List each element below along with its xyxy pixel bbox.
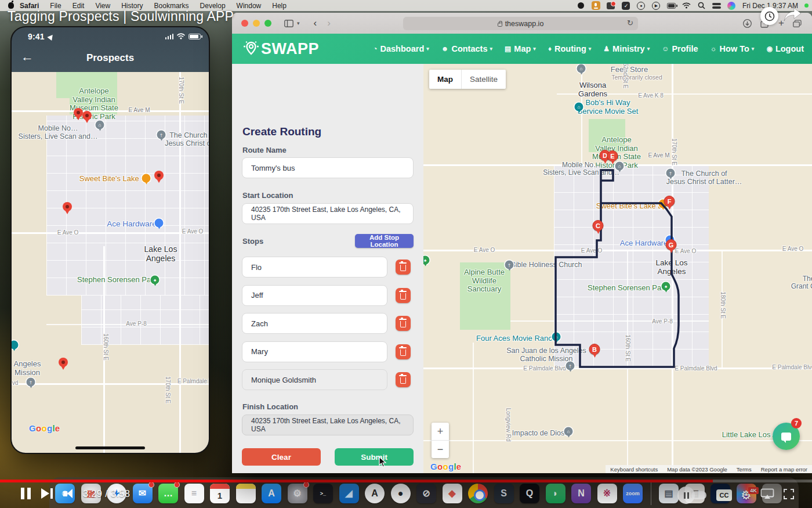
dock-icon-reminders[interactable]: ≡ [184, 484, 204, 503]
dock-icon-calendar[interactable]: 1 [210, 484, 230, 503]
route-marker-F[interactable]: F [664, 196, 675, 207]
sidebar-icon[interactable] [284, 20, 293, 27]
close-window-button[interactable] [241, 20, 248, 27]
start-location-input[interactable]: 40235 170th Street East, Lake Los Angele… [242, 203, 414, 224]
pause-button[interactable] [21, 488, 31, 499]
dock-icon-vscode[interactable]: ◢ [339, 484, 359, 503]
stop-input[interactable]: Mary [242, 341, 387, 362]
microphone-icon[interactable] [592, 1, 600, 10]
route-marker-G[interactable]: G [666, 239, 677, 250]
zoom-in-button[interactable]: + [432, 423, 449, 441]
nav-item-logout[interactable]: ◉Logout [766, 44, 804, 53]
attribution-link[interactable]: Terms [737, 466, 752, 473]
delete-stop-button[interactable] [396, 344, 411, 359]
volume-icon[interactable] [63, 489, 72, 498]
prospect-pin[interactable] [154, 171, 164, 180]
fullscreen-icon[interactable] [783, 488, 795, 502]
dock-icon-notes[interactable] [236, 484, 256, 503]
forward-button[interactable]: › [327, 17, 331, 29]
dock-icon-quicktime[interactable]: Q [520, 484, 539, 503]
nav-item-ministry[interactable]: ♟Ministry▾ [603, 44, 650, 53]
dock-icon-chrome[interactable] [468, 484, 488, 503]
dock-icon-photos-app[interactable]: ◆ [443, 484, 462, 503]
dock-icon-slack[interactable]: ※ [597, 484, 617, 503]
prospect-pin[interactable] [59, 358, 68, 367]
dock-icon-zoom[interactable]: zoom [623, 484, 643, 503]
route-marker-E[interactable]: E [607, 150, 618, 161]
attribution-link[interactable]: Keyboard shortcuts [610, 466, 658, 473]
map-type-satellite-button[interactable]: Satellite [462, 70, 506, 89]
nav-item-profile[interactable]: ☺Profile [662, 44, 698, 53]
airplay-icon[interactable] [760, 488, 774, 502]
reload-icon[interactable]: ↻ [627, 19, 633, 27]
route-name-input[interactable]: Tommy's bus [242, 157, 414, 178]
finish-location-input[interactable]: 40235 170th Street East, Lake Los Angele… [242, 415, 414, 435]
video-progress-bar[interactable] [0, 480, 812, 482]
chevron-down-icon[interactable]: ▾ [297, 20, 300, 26]
attribution-link[interactable]: Map data ©2023 Google [667, 466, 727, 473]
prospect-pin[interactable] [82, 111, 92, 120]
captions-button[interactable]: CC [716, 489, 732, 501]
delete-stop-button[interactable] [396, 316, 411, 331]
route-marker-C[interactable]: C [593, 220, 604, 231]
poi-pin[interactable] [155, 219, 164, 228]
dock-icon-mail[interactable]: ✉ [133, 484, 153, 503]
poi-pin[interactable] [142, 174, 151, 183]
route-marker-B[interactable]: B [589, 344, 600, 355]
swapp-logo[interactable]: SWAPP [242, 39, 319, 59]
share-button[interactable] [782, 6, 803, 26]
minimize-window-button[interactable] [253, 20, 260, 27]
routing-map[interactable]: Feed StoreTemporarily closedWilsonaGarde… [423, 64, 812, 473]
user-menu-icon[interactable]: ● [637, 1, 646, 10]
poi-pin[interactable]: † [157, 131, 166, 139]
back-button[interactable]: ‹ [314, 17, 317, 29]
nav-item-map[interactable]: ▤Map▾ [505, 44, 536, 53]
screen-record-icon[interactable] [607, 1, 615, 10]
delete-stop-button[interactable] [396, 260, 411, 275]
next-button[interactable] [41, 488, 53, 499]
dock-icon-s-app[interactable]: S [494, 484, 514, 503]
delete-stop-button[interactable] [396, 288, 411, 303]
wifi-icon[interactable] [682, 1, 691, 10]
address-bar[interactable]: theswapp.io ↻ [403, 17, 638, 30]
stop-input[interactable]: Jeff [242, 285, 387, 306]
record-icon[interactable] [577, 1, 585, 10]
clear-button[interactable]: Clear [242, 448, 321, 466]
stop-input[interactable]: Monique Goldsmith [242, 369, 387, 390]
stop-input[interactable]: Zach [242, 313, 387, 334]
dock-icon-system-settings[interactable]: ⚙ [288, 484, 307, 503]
delete-stop-button[interactable] [396, 372, 411, 387]
nav-item-routing[interactable]: ♦Routing▾ [548, 44, 591, 53]
downloads-icon[interactable] [743, 19, 752, 28]
poi-pin[interactable]: † [27, 378, 35, 387]
nav-item-contacts[interactable]: ☻Contacts▾ [441, 44, 492, 53]
add-stop-location-button[interactable]: Add Stop Location [355, 234, 414, 248]
dock-icon-round-white-app[interactable]: ● [391, 484, 411, 503]
dock-icon-window-preview-1[interactable]: ▤ [659, 484, 679, 503]
poi-pin[interactable]: ⌂ [96, 121, 104, 129]
map-type-map-button[interactable]: Map [429, 70, 462, 89]
menu-item-window[interactable]: Window [237, 2, 262, 10]
dock-icon-onenote[interactable]: N [571, 484, 591, 503]
submit-button[interactable]: Submit [335, 448, 414, 466]
watch-later-button[interactable] [760, 7, 778, 25]
poi-pin[interactable] [12, 341, 19, 350]
prospect-pin[interactable] [74, 108, 83, 117]
prospect-pin[interactable] [63, 202, 72, 211]
nav-item-dashboard[interactable]: ◔Dashboard▾ [373, 44, 429, 53]
dock-icon-messages[interactable]: … [158, 484, 178, 503]
attribution-link[interactable]: Report a map error [761, 466, 807, 473]
settings-gear-icon[interactable]: ⚙4K [741, 488, 752, 502]
menu-item-help[interactable]: Help [272, 2, 287, 10]
apple-menu-icon[interactable] [8, 2, 14, 9]
nav-item-how-to[interactable]: ☼How To▾ [710, 44, 755, 53]
dock-icon-a-circle-app[interactable]: A [365, 484, 385, 503]
control-center-icon[interactable] [712, 1, 721, 10]
zoom-out-button[interactable]: − [432, 441, 449, 458]
poi-pin[interactable]: ♠ [151, 276, 160, 284]
checkmark-app-icon[interactable]: ✓ [622, 1, 630, 10]
play-menu-icon[interactable]: ▶ [652, 1, 661, 10]
dock-icon-app-store[interactable]: A [262, 484, 281, 503]
stop-input[interactable]: Flo [242, 257, 387, 278]
back-arrow-icon[interactable]: ← [21, 49, 34, 64]
